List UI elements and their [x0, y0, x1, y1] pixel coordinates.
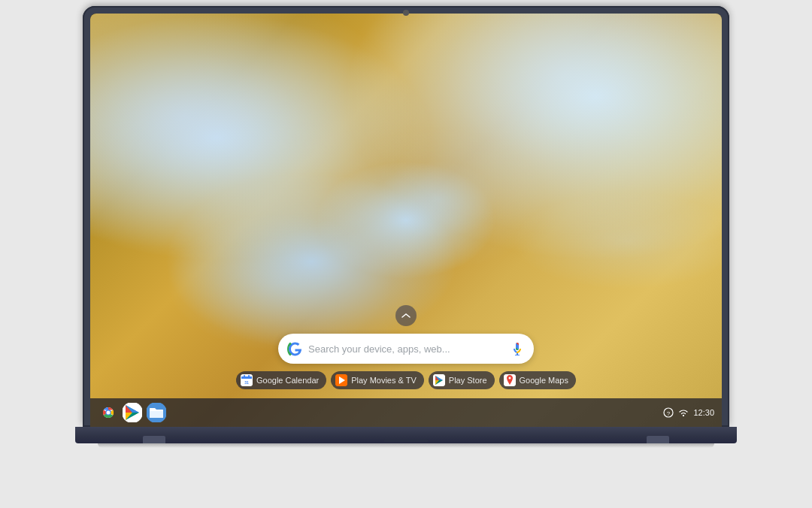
app-chip-play-store-label: Play Store: [449, 376, 487, 385]
app-chip-play-movies-label: Play Movies & TV: [351, 376, 417, 385]
shelf-chrome-icon[interactable]: [98, 402, 119, 423]
screen-content: Search your device, apps, web...: [90, 14, 722, 427]
battery-icon: ?: [663, 407, 674, 418]
google-calendar-icon: 31: [241, 374, 253, 386]
laptop-device: Search your device, apps, web...: [75, 6, 737, 502]
base-notch: [383, 439, 429, 442]
laptop-base: [75, 427, 737, 443]
shelf-app-icons: [98, 402, 167, 423]
shelf-play-store-icon[interactable]: [122, 402, 143, 423]
app-chip-play-store[interactable]: Play Store: [429, 371, 495, 389]
webcam: [403, 10, 409, 16]
search-bar[interactable]: Search your device, apps, web...: [278, 334, 534, 364]
svg-rect-8: [248, 375, 250, 378]
play-movies-icon: [335, 374, 347, 386]
shelf-files-icon[interactable]: [146, 402, 167, 423]
laptop-shadow: [98, 443, 714, 448]
launcher-expand-button[interactable]: [395, 305, 417, 326]
shelf-status-area[interactable]: ?: [663, 407, 714, 418]
svg-rect-3: [515, 355, 520, 355]
svg-text:?: ?: [667, 410, 671, 417]
shelf: ?: [90, 398, 722, 427]
app-chip-google-calendar[interactable]: 31 Google Calendar: [236, 371, 326, 389]
wifi-icon: [678, 408, 689, 417]
svg-point-32: [683, 415, 684, 416]
app-chip-play-movies[interactable]: Play Movies & TV: [331, 371, 424, 389]
google-logo: [287, 341, 302, 356]
chromeos-ui: Search your device, apps, web...: [90, 14, 722, 427]
app-suggestions: 31 Google Calendar Play Movies &: [236, 371, 576, 389]
hinge-right: [647, 436, 669, 443]
app-chip-google-calendar-label: Google Calendar: [256, 376, 319, 385]
app-chip-google-maps-label: Google Maps: [520, 376, 568, 385]
laptop-lid: Search your device, apps, web...: [83, 6, 729, 427]
svg-rect-7: [244, 375, 245, 378]
svg-point-23: [107, 411, 111, 415]
svg-text:31: 31: [244, 380, 249, 385]
google-maps-icon: [504, 374, 516, 386]
shelf-clock[interactable]: 12:30: [693, 408, 714, 417]
play-store-icon: [433, 374, 445, 386]
search-placeholder: Search your device, apps, web...: [308, 343, 504, 355]
svg-point-18: [508, 377, 511, 379]
hinge-left: [143, 436, 165, 443]
app-chip-google-maps[interactable]: Google Maps: [499, 371, 576, 389]
svg-rect-2: [517, 353, 518, 355]
svg-rect-6: [241, 376, 252, 379]
screen-bezel: Search your device, apps, web...: [90, 14, 722, 427]
launcher-area: Search your device, apps, web...: [263, 305, 549, 389]
google-assistant-icon: [510, 341, 525, 356]
